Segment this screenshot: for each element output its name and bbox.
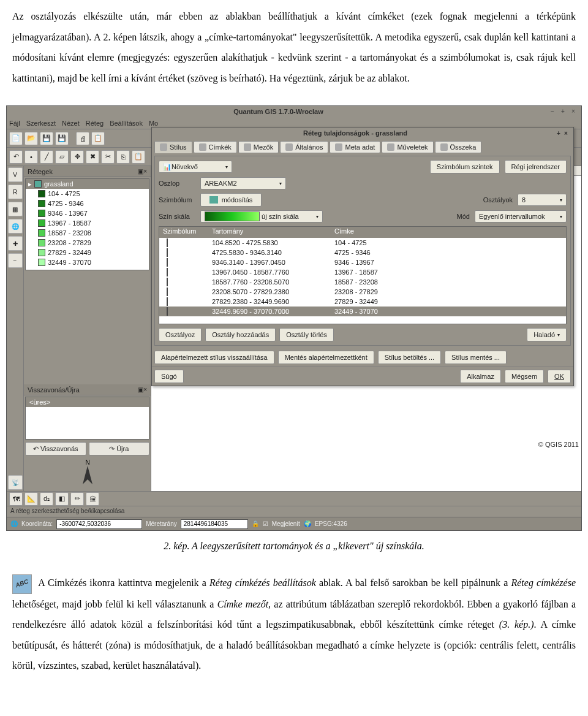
table-row[interactable]: 32449.9690 - 37070.700032449 - 37070: [159, 307, 566, 316]
layer-class-item[interactable]: 13967 - 18587: [26, 218, 149, 228]
table-row[interactable]: 23208.5070 - 27829.238023208 - 27829: [159, 287, 566, 297]
dialog-close-button[interactable]: ×: [562, 130, 570, 137]
layer-class-item[interactable]: 9346 - 13967: [26, 208, 149, 218]
tool-6-icon[interactable]: 🏛: [86, 492, 99, 506]
panel-dock-icon[interactable]: ▣: [138, 168, 143, 175]
undo-icon[interactable]: ↶: [9, 150, 23, 164]
tab-style[interactable]: Stílus: [154, 141, 192, 153]
labeling-icon: [12, 574, 32, 594]
colorscale-combo[interactable]: új szín skála▾: [200, 210, 323, 223]
layer-class-item[interactable]: 27829 - 32449: [26, 248, 149, 257]
table-row[interactable]: 27829.2380 - 32449.969027829 - 32449: [159, 297, 566, 307]
saveas-icon[interactable]: 💾: [55, 132, 69, 145]
remove-layer-icon[interactable]: −: [8, 253, 23, 268]
delete-class-button[interactable]: Osztály törlés: [279, 328, 334, 341]
tool-2-icon[interactable]: 📐: [24, 492, 38, 506]
column-combo[interactable]: AREAKM2▾: [200, 177, 286, 189]
save-icon[interactable]: 💾: [40, 132, 53, 145]
scale-input[interactable]: [181, 519, 248, 529]
cancel-button[interactable]: Mégsem: [505, 370, 544, 383]
save-default-button[interactable]: Mentés alapértelmezettként: [278, 351, 374, 364]
redo-button[interactable]: ↷ Újra: [89, 442, 150, 455]
coord-input[interactable]: [56, 519, 142, 529]
minimize-button[interactable]: −: [548, 107, 557, 116]
tab-general[interactable]: Általános: [280, 141, 328, 153]
tab-labels[interactable]: Címkék: [194, 141, 237, 153]
classes-table[interactable]: Szimbólum Tartomány Címke 104.8520 - 472…: [159, 226, 567, 324]
close-button[interactable]: ×: [569, 107, 578, 116]
map-canvas[interactable]: Réteg tulajdonságok - grassland + × Stíl…: [151, 176, 581, 491]
layer-class-item[interactable]: 32449 - 37070: [26, 257, 149, 267]
mode-combo[interactable]: Egyenlő intervallumok▾: [475, 210, 567, 223]
undo-panel-close-icon[interactable]: ×: [143, 386, 147, 393]
apply-button[interactable]: Alkalmaz: [460, 370, 501, 383]
symbol-change-button[interactable]: módosítás: [200, 193, 262, 207]
advanced-button[interactable]: Haladó ▾: [527, 328, 567, 341]
classes-spinner[interactable]: 8▾: [518, 194, 567, 206]
tool-3-icon[interactable]: d₂: [40, 492, 53, 506]
help-button[interactable]: Súgó: [154, 370, 184, 383]
restore-default-button[interactable]: Alapértelmezett stílus visszaállítása: [154, 351, 274, 364]
composer-icon[interactable]: 📋: [91, 132, 105, 145]
layer-class-item[interactable]: 4725 - 9346: [26, 199, 149, 208]
save-style-button[interactable]: Stílus mentés ...: [445, 351, 507, 364]
dialog-max-button[interactable]: +: [555, 130, 562, 137]
cut-icon[interactable]: ✂: [101, 150, 115, 164]
add-db-icon[interactable]: ▦: [8, 202, 23, 216]
undo-button[interactable]: ↶ Visszavonás: [25, 442, 86, 455]
open-icon[interactable]: 📂: [24, 132, 38, 145]
lock-icon[interactable]: 🔒: [252, 520, 259, 527]
add-vector-icon[interactable]: V: [8, 167, 23, 182]
tab-metadata[interactable]: Meta adat: [330, 141, 380, 153]
crs-icon[interactable]: 🌍: [304, 520, 311, 527]
menu-file[interactable]: Fájl: [9, 120, 20, 127]
move-icon[interactable]: ✥: [70, 150, 84, 164]
menu-edit[interactable]: Szerkeszt: [26, 120, 56, 127]
tab-fields[interactable]: Mezők: [238, 141, 279, 153]
panel-close-icon[interactable]: ×: [143, 168, 147, 175]
tool-1-icon[interactable]: 🗺: [9, 492, 23, 506]
tool-5-icon[interactable]: ✏: [70, 492, 84, 506]
menu-layer[interactable]: Réteg: [86, 120, 104, 127]
table-row[interactable]: 9346.3140 - 13967.04509346 - 13967: [159, 257, 566, 267]
load-style-button[interactable]: Stílus betöltés ...: [378, 351, 441, 364]
classify-button[interactable]: Osztályoz: [159, 328, 202, 341]
tab-actions[interactable]: Műveletek: [382, 141, 433, 153]
paste-icon[interactable]: 📋: [132, 150, 145, 164]
paragraph-1: Az osztályozás elkészülte után, már ebbe…: [12, 6, 576, 88]
copy-icon[interactable]: ⎘: [116, 150, 130, 164]
tab-joins[interactable]: Összeka: [435, 141, 482, 153]
table-row[interactable]: 104.8520 - 4725.5830104 - 4725: [159, 238, 566, 248]
add-raster-icon[interactable]: R: [8, 185, 23, 199]
point-icon[interactable]: •: [24, 150, 38, 164]
layer-class-item[interactable]: 104 - 4725: [26, 189, 149, 199]
layer-grassland[interactable]: ▸ grassland: [26, 179, 149, 189]
layers-tree[interactable]: ▸ grassland 104 - 47254725 - 93469346 - …: [25, 178, 149, 270]
polygon-icon[interactable]: ▱: [55, 150, 69, 164]
delete-icon[interactable]: ✖: [86, 150, 99, 164]
globe-icon[interactable]: 🌐: [10, 520, 18, 527]
table-row[interactable]: 18587.7760 - 23208.507018587 - 23208: [159, 277, 566, 287]
menu-settings[interactable]: Beállítások: [110, 120, 143, 127]
renderer-combo[interactable]: 📊 Növekvő▾: [159, 161, 232, 173]
menu-view[interactable]: Nézet: [62, 120, 80, 127]
tool-4-icon[interactable]: ◧: [55, 492, 69, 506]
new-icon[interactable]: 📄: [9, 132, 23, 145]
gps-icon[interactable]: 📡: [8, 475, 23, 490]
undo-panel-title: Visszavonás/Újra ▣ ×: [24, 384, 151, 395]
line-icon[interactable]: ╱: [40, 150, 53, 164]
layer-class-item[interactable]: 18587 - 23208: [26, 228, 149, 238]
symbol-levels-button[interactable]: Szimbólum szintek: [430, 160, 500, 173]
add-wms-icon[interactable]: 🌐: [8, 219, 23, 234]
new-layer-icon[interactable]: ✚: [8, 236, 23, 251]
ok-button[interactable]: OK: [548, 370, 571, 383]
old-renderer-button[interactable]: Régi jelrendszer: [505, 160, 567, 173]
table-row[interactable]: 4725.5830 - 9346.31404725 - 9346: [159, 248, 566, 257]
table-row[interactable]: 13967.0450 - 18587.776013967 - 18587: [159, 267, 566, 277]
maximize-button[interactable]: +: [559, 107, 567, 116]
menu-more[interactable]: Mo: [149, 120, 158, 127]
layer-class-item[interactable]: 23208 - 27829: [26, 238, 149, 248]
print-icon[interactable]: 🖨: [76, 132, 89, 145]
undo-panel-dock-icon[interactable]: ▣: [138, 386, 143, 393]
add-class-button[interactable]: Osztály hozzáadás: [205, 328, 276, 341]
